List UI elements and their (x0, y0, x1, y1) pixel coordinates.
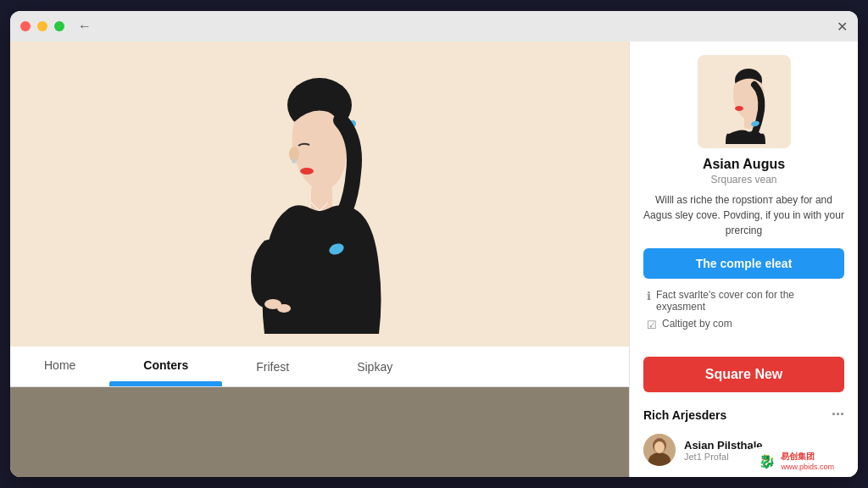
watermark-cn: 易创集团 (781, 451, 834, 463)
info-icon-1: ℹ (647, 290, 651, 302)
hero-image (10, 42, 629, 347)
tab-conters[interactable]: Conters (109, 347, 222, 386)
content-area: Home Conters Frifest Sipkay (10, 42, 858, 477)
close-traffic-light[interactable] (20, 21, 31, 31)
tabs-bar: Home Conters Frifest Sipkay (10, 347, 629, 387)
tab-home[interactable]: Home (10, 347, 109, 386)
svg-point-12 (735, 106, 743, 111)
info-row-1: ℹ Fact svarlte's cover con for the exyas… (643, 289, 844, 313)
svg-point-3 (300, 168, 314, 175)
watermark-url: www.pbids.com (781, 463, 834, 471)
watermark-text: 易创集团 www.pbids.com (781, 451, 834, 471)
sidebar: Asian Augus Srquares vean Willl as riche… (629, 42, 858, 477)
app-window: ← ✕ (10, 11, 858, 477)
svg-point-8 (277, 304, 291, 313)
svg-point-5 (292, 158, 297, 164)
info-text-2: Caltiget by com (662, 318, 732, 330)
user-avatar (643, 434, 676, 466)
minimize-traffic-light[interactable] (37, 21, 47, 31)
rich-section-header: Rich Arjesders ··· (630, 399, 858, 430)
more-options-button[interactable]: ··· (832, 406, 844, 424)
titlebar: ← ✕ (10, 11, 858, 42)
back-button[interactable]: ← (78, 19, 92, 34)
profile-card: Asian Augus Srquares vean Willl as riche… (630, 42, 858, 350)
svg-point-17 (654, 441, 665, 453)
profile-description: Willl as riche the ropstionт abey for an… (643, 192, 844, 238)
rich-section-title: Rich Arjesders (643, 408, 726, 422)
check-icon: ☑ (647, 319, 657, 331)
square-new-button[interactable]: Square New (643, 357, 844, 392)
bottom-preview (10, 387, 629, 477)
cta-button[interactable]: The comple eleat (643, 248, 844, 279)
fullscreen-traffic-light[interactable] (54, 21, 64, 31)
hero-illustration (209, 54, 430, 334)
main-area: Home Conters Frifest Sipkay (10, 42, 629, 477)
svg-rect-2 (311, 186, 332, 211)
tab-frifest[interactable]: Frifest (222, 347, 323, 386)
profile-avatar (702, 59, 787, 144)
profile-name: Asian Augus (703, 157, 785, 172)
tab-sipkay[interactable]: Sipkay (323, 347, 426, 386)
close-button[interactable]: ✕ (837, 19, 848, 35)
profile-avatar-container (698, 55, 791, 148)
info-text-1: Fact svarlte's cover con for the exyasme… (656, 289, 841, 313)
profile-subtitle: Srquares vean (710, 174, 776, 186)
watermark: 🐉 易创集团 www.pbids.com (750, 447, 843, 474)
info-row-2: ☑ Caltiget by com (643, 318, 844, 331)
watermark-icon: 🐉 (759, 453, 776, 469)
user-avatar-image (643, 434, 676, 466)
